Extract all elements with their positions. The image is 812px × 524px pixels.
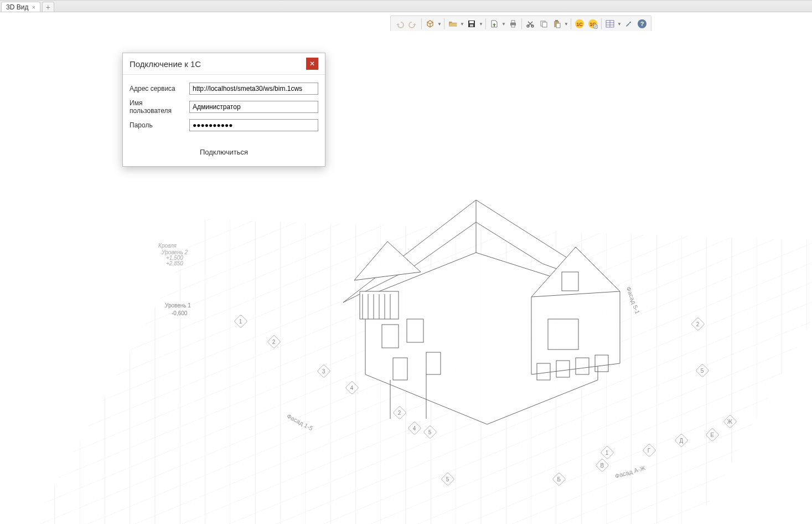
tables-dropdown[interactable]: ▼ bbox=[617, 22, 622, 27]
1c-disconnect-button[interactable]: 1C bbox=[586, 17, 599, 30]
svg-rect-4 bbox=[511, 20, 515, 23]
print-button[interactable] bbox=[506, 17, 520, 30]
svg-rect-11 bbox=[555, 20, 558, 22]
svg-text:?: ? bbox=[640, 20, 644, 27]
svg-rect-46 bbox=[548, 319, 578, 350]
level-1-label: Уровень 1 bbox=[165, 302, 191, 309]
save-dropdown[interactable]: ▼ bbox=[478, 22, 484, 27]
svg-rect-40 bbox=[393, 358, 407, 380]
svg-rect-43 bbox=[556, 361, 570, 377]
paste-button[interactable] bbox=[550, 17, 563, 30]
svg-rect-5 bbox=[511, 25, 515, 27]
save-button[interactable] bbox=[465, 17, 478, 30]
export-icon bbox=[490, 19, 499, 28]
house-model bbox=[310, 142, 642, 452]
1c-button[interactable]: 1C bbox=[573, 17, 586, 30]
svg-rect-9 bbox=[542, 22, 547, 27]
password-label: Пароль bbox=[130, 121, 186, 129]
redo-icon bbox=[408, 19, 417, 28]
dialog-titlebar[interactable]: Подключение к 1С ✕ bbox=[123, 53, 325, 75]
help-button[interactable]: ? bbox=[635, 17, 649, 30]
svg-rect-2 bbox=[470, 24, 473, 27]
close-icon: ✕ bbox=[309, 60, 315, 68]
add-tab-button[interactable]: + bbox=[42, 2, 54, 12]
separator bbox=[601, 18, 602, 29]
paste-dropdown[interactable]: ▼ bbox=[563, 22, 569, 27]
scissors-icon bbox=[526, 19, 535, 28]
separator bbox=[485, 18, 486, 29]
svg-rect-38 bbox=[382, 325, 399, 348]
tab-3d-view[interactable]: 3D Вид × bbox=[1, 2, 40, 12]
tab-label: 3D Вид bbox=[6, 3, 28, 11]
settings-button[interactable] bbox=[622, 17, 635, 30]
separator bbox=[421, 18, 422, 29]
svg-rect-39 bbox=[407, 319, 423, 342]
tab-bar: 3D Вид × + bbox=[0, 0, 812, 12]
open-dropdown[interactable]: ▼ bbox=[459, 22, 465, 27]
1c-yellow-icon: 1C bbox=[575, 19, 585, 29]
main-toolbar: ▼ ▼ ▼ ▼ ▼ 1C 1C ▼ ? bbox=[390, 16, 651, 32]
username-label: Имя пользователя bbox=[130, 99, 186, 115]
svg-rect-47 bbox=[562, 272, 578, 291]
dialog-body: Адрес сервиса Имя пользователя Пароль bbox=[123, 75, 325, 140]
cube-icon bbox=[426, 19, 435, 28]
svg-rect-42 bbox=[537, 363, 550, 380]
redo-button[interactable] bbox=[406, 17, 420, 30]
save-icon bbox=[467, 19, 476, 28]
1c-grey-icon: 1C bbox=[588, 19, 598, 29]
svg-rect-1 bbox=[469, 21, 474, 23]
dialog-close-button[interactable]: ✕ bbox=[306, 58, 318, 70]
folder-icon bbox=[448, 19, 457, 28]
level-2-elev-b: +2,850 bbox=[166, 260, 183, 266]
cut-button[interactable] bbox=[524, 17, 537, 30]
svg-rect-12 bbox=[556, 23, 560, 28]
open-button[interactable] bbox=[446, 17, 459, 30]
tables-button[interactable] bbox=[603, 17, 617, 30]
table-icon bbox=[606, 19, 614, 28]
undo-button[interactable] bbox=[393, 17, 406, 30]
copy-icon bbox=[539, 19, 548, 28]
connect-button[interactable]: Подключиться bbox=[123, 140, 325, 166]
paste-icon bbox=[552, 19, 561, 28]
separator bbox=[521, 18, 522, 29]
separator bbox=[444, 18, 444, 29]
copy-button[interactable] bbox=[537, 17, 550, 30]
help-icon: ? bbox=[637, 19, 647, 29]
svg-rect-45 bbox=[595, 355, 608, 372]
address-input[interactable] bbox=[189, 83, 318, 95]
close-icon[interactable]: × bbox=[32, 4, 35, 11]
export-dropdown[interactable]: ▼ bbox=[501, 22, 506, 27]
print-icon bbox=[509, 19, 518, 28]
dialog-title-text: Подключение к 1С bbox=[130, 59, 201, 69]
password-input[interactable] bbox=[189, 119, 318, 131]
separator bbox=[571, 18, 571, 29]
address-label: Адрес сервиса bbox=[130, 85, 186, 93]
svg-rect-41 bbox=[426, 352, 441, 374]
svg-text:1C: 1C bbox=[576, 22, 583, 27]
svg-rect-44 bbox=[576, 358, 589, 374]
clone-dropdown[interactable]: ▼ bbox=[437, 22, 442, 27]
export-button[interactable] bbox=[488, 17, 501, 30]
connection-dialog: Подключение к 1С ✕ Адрес сервиса Имя пол… bbox=[122, 53, 325, 167]
username-input[interactable] bbox=[189, 101, 318, 113]
wrench-icon bbox=[624, 19, 633, 28]
clone-button[interactable] bbox=[423, 17, 437, 30]
level-1-elev: -0,600 bbox=[172, 310, 187, 316]
undo-icon bbox=[395, 19, 404, 28]
level-roof-label: Кровля bbox=[158, 243, 177, 249]
